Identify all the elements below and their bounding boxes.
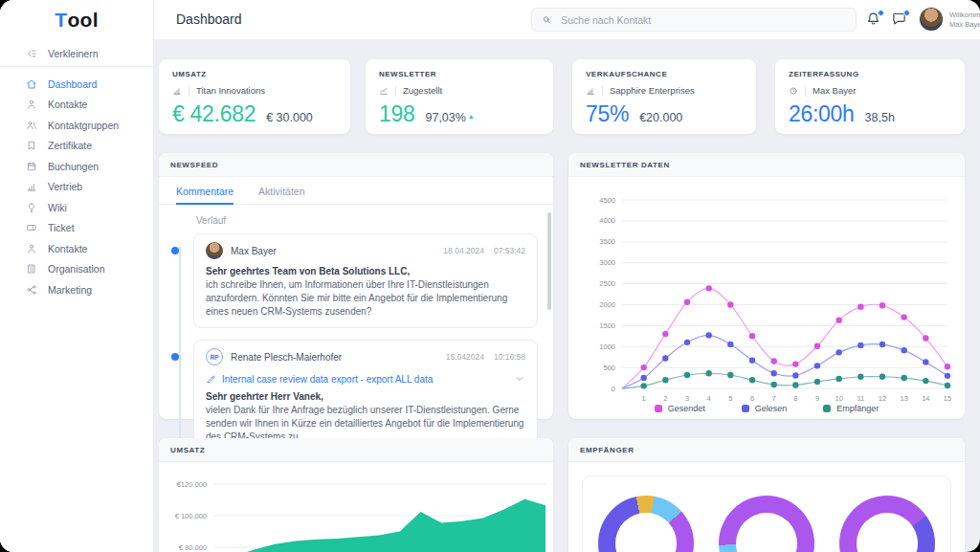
sidebar-item-zertifikate[interactable]: Zertifikate <box>0 136 153 157</box>
sidebar-item-organisation[interactable]: Organisation <box>0 259 153 280</box>
svg-text:0: 0 <box>612 385 615 393</box>
legend-item-gelesen[interactable]: Gelesen <box>742 404 788 413</box>
legend-item-gesendet[interactable]: Gesendet <box>655 404 705 413</box>
chart-legend: GesendetGelesenEmpfänger <box>568 404 965 413</box>
svg-text:11: 11 <box>857 394 864 403</box>
line-chart-svg: 0500100015002000250030003500400045001234… <box>578 180 955 409</box>
comment-avatar <box>206 242 223 259</box>
svg-text:2: 2 <box>663 394 667 403</box>
tab-aktivit-ten[interactable]: Aktivitäten <box>258 186 304 205</box>
collapse-icon <box>26 48 37 59</box>
sidebar-item-dashboard[interactable]: Dashboard <box>0 74 153 95</box>
welcome-line1: Willkommen, <box>949 11 980 20</box>
svg-text:4500: 4500 <box>599 196 615 205</box>
top-header: Dashboard Willkommen, Max Bayer <box>153 0 980 40</box>
timeline-line <box>179 247 181 438</box>
app-logo[interactable]: Tool <box>0 0 153 40</box>
bulb-icon <box>26 202 37 213</box>
user-icon <box>26 243 37 254</box>
sidebar-item-kontakte[interactable]: Kontakte <box>0 238 153 259</box>
newsfeed-body: Verlauf Max Bayer18.04.202407:53:42Sehr … <box>159 205 553 473</box>
message-dot <box>903 10 910 16</box>
kpi-subtitle: Sapphire Enterprises <box>610 85 695 96</box>
sidebar-item-label: Vertrieb <box>48 181 82 192</box>
search-box[interactable] <box>531 8 857 32</box>
sidebar-item-vertrieb[interactable]: Vertrieb <box>0 177 153 198</box>
search-input[interactable] <box>559 13 846 27</box>
sidebar-item-buchungen[interactable]: Buchungen <box>0 156 153 177</box>
sidebar-item-kontaktgruppen[interactable]: Kontaktgruppen <box>0 115 153 136</box>
comment-timestamp: 15.04202410:16:58 <box>446 352 525 362</box>
history-label: Verlauf <box>196 215 538 226</box>
tab-kommentare[interactable]: Kommentare <box>176 186 234 205</box>
svg-text:1500: 1500 <box>599 321 615 330</box>
chevron-down-icon[interactable] <box>514 373 525 385</box>
welcome-text: Willkommen, Max Bayer <box>949 11 980 30</box>
svg-text:3000: 3000 <box>599 258 615 267</box>
sidebar-nav: VerkleinernDashboardKontakteKontaktgrupp… <box>0 40 153 300</box>
sidebar-item-label: Kontakte <box>48 243 87 254</box>
kpi-subtitle-row: Zugestellt <box>379 85 540 96</box>
kpi-values-row: 75%€20.000 <box>586 101 743 127</box>
comment-date: 15.042024 <box>446 352 484 362</box>
umsatz-chart-panel: UMSATZ €120.000€ 100.000€ 80.000 <box>159 438 553 552</box>
area-chart-svg: €120.000€ 100.000€ 80.000 <box>159 465 553 552</box>
logo-rest: ool <box>67 9 98 32</box>
kpi-card-umsatz: UMSATZTitan Innovations€ 42.682€ 30.000 <box>159 59 350 134</box>
sidebar-item-verkleinern[interactable]: Verkleinern <box>0 40 153 67</box>
comment-date: 18.04.2024 <box>443 246 484 255</box>
comments-list: Max Bayer18.04.202407:53:42Sehr geehrtes… <box>193 233 538 473</box>
kpi-secondary-value: 97,03% ▲ <box>425 111 474 124</box>
sidebar-item-kontakte[interactable]: Kontakte <box>0 95 153 116</box>
umsatz-area-chart: €120.000€ 100.000€ 80.000 <box>159 465 553 552</box>
kpi-secondary-value: 38,5h <box>865 111 895 124</box>
kpi-divider <box>395 86 396 96</box>
svg-text:5: 5 <box>728 394 732 403</box>
share-icon <box>26 284 37 296</box>
sidebar-item-label: Wiki <box>48 202 67 213</box>
kpi-subtitle-row: Sapphire Enterprises <box>586 85 743 96</box>
sidebar-item-label: Verkleinern <box>48 48 99 59</box>
sidebar-item-label: Kontakte <box>48 99 87 110</box>
comment-export-link[interactable]: Internal case review data export - expor… <box>206 373 525 385</box>
bar-chart-icon <box>586 86 595 96</box>
legend-chip <box>742 405 749 412</box>
comment-card: Max Bayer18.04.202407:53:42Sehr geehrtes… <box>193 233 538 328</box>
svg-text:2500: 2500 <box>599 279 615 288</box>
bookmark-icon <box>26 140 37 151</box>
legend-chip <box>655 405 662 412</box>
sidebar-item-marketing[interactable]: Marketing <box>0 279 153 300</box>
kpi-subtitle-row: Titan Innovations <box>172 85 337 96</box>
user-avatar[interactable] <box>920 8 943 31</box>
newsletter-line-chart: 0500100015002000250030003500400045001234… <box>578 180 955 413</box>
notification-dot <box>878 10 884 16</box>
kpi-title: ZEITERFASSUNG <box>789 70 951 78</box>
empfaenger-panel: EMPFÄNGER <box>568 438 965 552</box>
svg-text:14: 14 <box>922 394 929 403</box>
kpi-value: 75% <box>586 101 629 127</box>
kpi-card-zeiterfassung: ZEITERFASSUNGMax Bayer26:00h38,5h <box>775 59 965 134</box>
legend-label: Empfänger <box>836 404 879 413</box>
newsletter-chart-panel: NEWSLETTER DATEN 05001000150020002500300… <box>568 153 965 419</box>
legend-item-empf-nger[interactable]: Empfänger <box>823 404 879 413</box>
users-icon <box>26 120 37 131</box>
sidebar-item-ticket[interactable]: Ticket <box>0 218 153 239</box>
empfaenger-panel-title: EMPFÄNGER <box>568 438 965 462</box>
sidebar-item-wiki[interactable]: Wiki <box>0 197 153 218</box>
comment-greeting: Sehr geehrter Herr Vanek, <box>206 391 525 402</box>
bar-chart-icon <box>26 181 37 192</box>
kpi-subtitle: Zugestellt <box>403 85 442 96</box>
trend-up-icon: ▲ <box>466 113 475 120</box>
comment-header: RPRenate Plesch-Maierhofer15.04202410:16… <box>206 348 525 365</box>
kpi-secondary-value: €20.000 <box>639 111 682 124</box>
newsfeed-scrollbar[interactable] <box>547 212 551 310</box>
kpi-divider <box>602 86 603 96</box>
donut-chart-3 <box>839 496 935 552</box>
svg-text:6: 6 <box>750 394 754 403</box>
svg-text:3: 3 <box>685 394 689 403</box>
messages-button[interactable] <box>891 11 908 28</box>
svg-text:15: 15 <box>944 394 951 403</box>
kpi-title: UMSATZ <box>172 70 337 78</box>
ticket-icon <box>26 222 37 233</box>
notifications-button[interactable] <box>865 11 882 28</box>
